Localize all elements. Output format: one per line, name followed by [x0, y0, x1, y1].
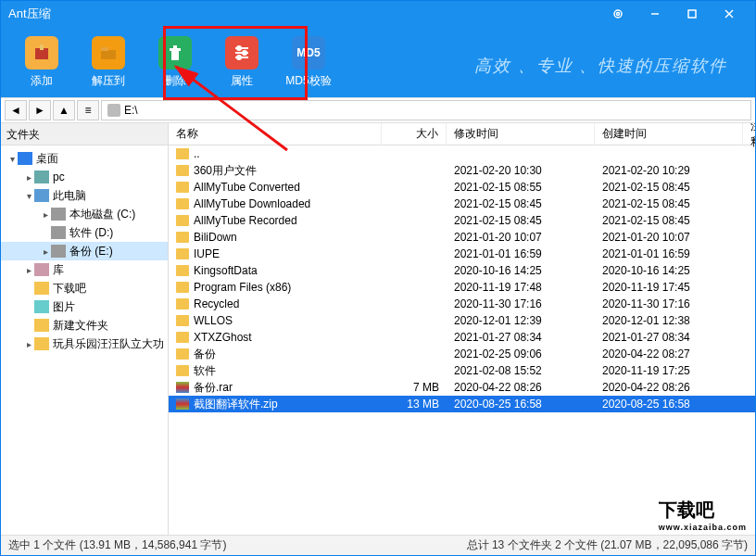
file-ctime: 2021-02-20 10:29 [595, 164, 743, 177]
col-mtime[interactable]: 修改时间 [447, 123, 595, 145]
expander-icon[interactable]: ▸ [23, 172, 34, 183]
tree-item[interactable]: ▸库 [1, 260, 168, 279]
tree-item[interactable]: ▸玩具乐园汪汪队立大功 [1, 335, 168, 353]
folder-tree[interactable]: ▾桌面▸pc▾此电脑▸本地磁盘 (C:)软件 (D:)▸备份 (E:)▸库下载吧… [1, 145, 168, 535]
window-title: Ant压缩 [8, 6, 599, 22]
tree-item[interactable]: ▸本地磁盘 (C:) [1, 205, 168, 223]
expander-icon[interactable]: ▾ [23, 191, 34, 201]
svg-point-0 [614, 10, 622, 18]
file-ctime: 2020-04-22 08:26 [595, 381, 743, 394]
svg-rect-11 [170, 48, 181, 51]
tree-item-label: 下载吧 [53, 281, 86, 297]
file-row[interactable]: BiliDown2021-01-20 10:072021-01-20 10:07 [169, 229, 755, 246]
sidebar-header: 文件夹 [1, 123, 168, 145]
tree-item[interactable]: 软件 (D:) [1, 223, 168, 242]
file-mtime: 2021-02-15 08:45 [447, 214, 595, 227]
expander-icon[interactable]: ▸ [23, 339, 34, 349]
col-name[interactable]: 名称 [169, 123, 382, 145]
up-icon [176, 148, 189, 159]
svg-point-17 [243, 51, 246, 55]
minimize-button[interactable] [636, 1, 674, 27]
nav-forward-button[interactable]: ► [29, 100, 51, 120]
maximize-button[interactable] [674, 1, 711, 27]
pic-icon [34, 300, 49, 313]
folder-icon [176, 282, 189, 293]
delete-button[interactable]: 删除 [142, 29, 208, 95]
path-field[interactable]: E:\ [101, 100, 751, 120]
view-list-button[interactable]: ≡ [77, 100, 99, 120]
thispc-icon [34, 189, 49, 202]
disk-icon [107, 104, 120, 117]
file-pane: 名称 大小 修改时间 创建时间 注释 ..360用户文件2021-02-20 1… [169, 123, 755, 535]
file-row[interactable]: Program Files (x86)2020-11-19 17:482020-… [169, 279, 755, 296]
properties-label: 属性 [231, 73, 253, 89]
file-name: 截图翻译软件.zip [194, 397, 278, 412]
file-row[interactable]: AllMyTube Converted2021-02-15 08:552021-… [169, 179, 755, 196]
tree-item[interactable]: ▾桌面 [1, 149, 168, 168]
col-size[interactable]: 大小 [382, 123, 447, 145]
file-row[interactable]: 备份2021-02-25 09:062020-04-22 08:27 [169, 346, 755, 362]
md5-button[interactable]: MD5 MD5校验 [275, 29, 342, 95]
tree-item[interactable]: 图片 [1, 297, 168, 316]
file-name: BiliDown [194, 231, 237, 244]
file-mtime: 2021-02-15 08:45 [447, 197, 595, 210]
file-list[interactable]: ..360用户文件2021-02-20 10:302021-02-20 10:2… [169, 145, 755, 535]
file-ctime: 2021-01-20 10:07 [595, 231, 743, 244]
file-row[interactable]: 软件2021-02-08 15:522020-11-19 17:25 [169, 362, 755, 379]
file-row[interactable]: Recycled2020-11-30 17:162020-11-30 17:16 [169, 296, 755, 312]
sidebar: 文件夹 ▾桌面▸pc▾此电脑▸本地磁盘 (C:)软件 (D:)▸备份 (E:)▸… [1, 123, 169, 535]
disk-icon [51, 245, 66, 258]
tree-item[interactable]: ▸备份 (E:) [1, 242, 168, 260]
tree-item[interactable]: 新建文件夹 [1, 316, 168, 335]
close-button[interactable] [711, 1, 748, 27]
file-row[interactable]: XTXZGhost2021-01-27 08:342021-01-27 08:3… [169, 329, 755, 346]
tree-item[interactable]: ▾此电脑 [1, 186, 168, 205]
nav-back-button[interactable]: ◄ [5, 100, 27, 120]
expander-icon[interactable]: ▸ [40, 209, 51, 220]
svg-rect-12 [173, 45, 177, 48]
file-mtime: 2020-10-16 14:25 [447, 264, 595, 277]
add-label: 添加 [31, 73, 53, 89]
svg-rect-8 [101, 50, 116, 59]
tree-item[interactable]: ▸pc [1, 168, 168, 186]
tree-item-label: 新建文件夹 [53, 318, 108, 334]
extract-button[interactable]: 解压到 [75, 29, 142, 95]
file-ctime: 2020-11-19 17:25 [595, 364, 743, 377]
tree-item-label: pc [53, 171, 65, 183]
file-row[interactable]: KingsoftData2020-10-16 14:252020-10-16 1… [169, 262, 755, 279]
file-row[interactable]: WLLOS2020-12-01 12:392020-12-01 12:38 [169, 312, 755, 329]
file-row[interactable]: AllMyTube Recorded2021-02-15 08:452021-0… [169, 212, 755, 229]
file-row[interactable]: 截图翻译软件.zip13 MB2020-08-25 16:582020-08-2… [169, 396, 755, 412]
tree-item[interactable]: 下载吧 [1, 279, 168, 297]
expander-icon[interactable]: ▸ [23, 265, 34, 275]
file-row[interactable]: AllMyTube Downloaded2021-02-15 08:452021… [169, 196, 755, 212]
file-ctime: 2020-04-22 08:27 [595, 348, 743, 360]
file-row[interactable]: .. [169, 145, 755, 162]
folder-icon [176, 215, 189, 226]
add-button[interactable]: 添加 [8, 29, 75, 95]
settings-button[interactable] [599, 1, 636, 27]
expander-icon[interactable]: ▸ [40, 246, 51, 257]
svg-point-16 [237, 46, 241, 50]
file-row[interactable]: IUPE2021-01-01 16:592021-01-01 16:59 [169, 246, 755, 262]
status-left: 选中 1 个文件 (13.91 MB，14,586,941 字节) [8, 537, 467, 553]
svg-point-1 [617, 13, 620, 16]
file-row[interactable]: 360用户文件2021-02-20 10:302021-02-20 10:29 [169, 162, 755, 179]
file-mtime: 2020-04-22 08:26 [447, 381, 595, 394]
delete-label: 删除 [164, 73, 186, 89]
file-mtime: 2021-01-20 10:07 [447, 231, 595, 244]
svg-rect-3 [688, 10, 696, 18]
file-mtime: 2020-11-19 17:48 [447, 281, 595, 294]
file-name: KingsoftData [194, 264, 258, 277]
properties-button[interactable]: 属性 [208, 29, 275, 95]
col-ctime[interactable]: 创建时间 [595, 123, 743, 145]
tree-item-label: 玩具乐园汪汪队立大功 [53, 336, 164, 352]
nav-up-button[interactable]: ▲ [53, 100, 75, 120]
expander-icon[interactable]: ▾ [6, 154, 18, 164]
md5-icon: MD5 [292, 36, 325, 70]
file-mtime: 2021-01-27 08:34 [447, 331, 595, 344]
tree-item-label: 库 [53, 262, 64, 278]
tree-item-label: 图片 [53, 299, 75, 315]
file-row[interactable]: 备份.rar7 MB2020-04-22 08:262020-04-22 08:… [169, 379, 755, 396]
add-icon [25, 36, 58, 70]
